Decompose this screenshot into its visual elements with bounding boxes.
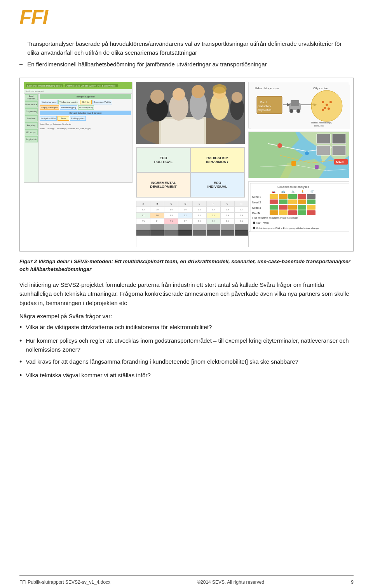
col-header-8: H [235, 201, 248, 206]
top-bullets: – Transportanalyser baserade på huvudakt… [19, 40, 354, 69]
svg-rect-3 [161, 119, 204, 144]
svg-text:Need 3: Need 3 [252, 206, 261, 209]
fb-1: High-tier transport [40, 100, 58, 104]
main-content: – Transportanalyser baserade på huvudakt… [19, 31, 354, 480]
svg-rect-80 [307, 210, 315, 215]
sevs-flow-row-3: Navigation & Env Timer Parking system [40, 116, 131, 121]
svg-point-84 [253, 227, 255, 229]
cell-4-6 [207, 224, 221, 230]
table-row-1: 1.2 0.8 1.5 0.6 1.1 0.9 1.3 0.7 [136, 207, 248, 213]
svg-text:🚗: 🚗 [272, 189, 275, 193]
svg-rect-59 [279, 194, 288, 199]
legend-1: Model [40, 127, 45, 130]
svg-rect-78 [288, 210, 297, 215]
bullet-questions-list: Vilka är de viktigaste drivkrafterna och… [19, 323, 354, 381]
svg-point-40 [305, 151, 309, 155]
scenarios-grid: ECO POLITICAL RADICALISM IN HARMONY INCR… [136, 147, 245, 198]
cell-5-7 [221, 230, 235, 236]
cell-2-6: 1.6 [207, 213, 221, 218]
scenario-incremental: INCREMENTAL DEVELOPMENT [136, 172, 190, 197]
fb-9: Timer [58, 116, 69, 121]
svg-point-24 [289, 109, 293, 113]
cell-3-4: 1.7 [178, 219, 192, 224]
footer-docname: FFI Publik-slutrapport SEVS2-sv_v1_4.doc… [19, 579, 110, 585]
header: FFI [19, 0, 354, 31]
cell-4-7 [221, 224, 235, 230]
svg-point-5 [150, 90, 164, 104]
fb-10: Parking system [70, 116, 85, 121]
map-svg: MAJI [249, 132, 349, 178]
cell-4-5 [193, 224, 207, 230]
fb-4: Economies, Viability [92, 100, 112, 104]
col-header-3: C [164, 201, 178, 206]
cell-4-3 [164, 224, 178, 230]
map-photo: MAJI [248, 132, 349, 178]
sevs-item-1: Food transport [25, 94, 38, 101]
sevs-item-7: Supply chain [25, 136, 38, 142]
sevs-body: Food transport Driver vehicle Trip plann… [24, 94, 132, 182]
cell-3-6: 1.2 [207, 219, 221, 224]
svg-text:🚌: 🚌 [281, 189, 285, 193]
sevs-items-label: Activities and vehicle system (incl. bas… [65, 84, 118, 87]
cell-5-1 [136, 230, 150, 236]
cell-2-3: 2.3 [164, 213, 178, 218]
cell-3-7: 0.6 [221, 219, 235, 224]
sevs-item-6: ITS support [25, 129, 38, 135]
svg-point-82 [253, 222, 255, 224]
svg-text:Car + Walk: Car + Walk [256, 222, 269, 224]
svg-text:🛒: 🛒 [310, 189, 314, 193]
cell-3-3: 0.9 [164, 219, 178, 224]
svg-rect-67 [298, 199, 306, 204]
svg-rect-45 [332, 134, 346, 144]
svg-rect-71 [279, 205, 288, 210]
svg-rect-73 [298, 205, 306, 210]
svg-rect-58 [270, 194, 278, 199]
cell-5-6 [207, 230, 221, 236]
svg-point-14 [232, 92, 242, 103]
sevs-left-col: Food transport Driver vehicle Trip plann… [24, 94, 39, 182]
svg-point-12 [213, 84, 227, 94]
svg-text:Public transport + Walk + E-sh: Public transport + Walk + E-shopping wit… [256, 227, 319, 229]
question-3: Vad krävs för att dagens långsamma förän… [19, 357, 354, 368]
svg-rect-68 [307, 199, 315, 204]
svg-point-33 [324, 107, 326, 109]
svg-rect-77 [279, 210, 288, 215]
food-svg: Urban fringe area City centre Food produ… [251, 85, 350, 129]
col-header-1: A [136, 201, 150, 206]
svg-text:Urban fringe area: Urban fringe area [255, 87, 279, 90]
sevs-legend: Model Strategy Knowledge, activities, in… [40, 127, 131, 130]
svg-rect-60 [288, 194, 297, 199]
cell-2-7: 1.9 [221, 213, 235, 218]
col-header-7: G [221, 201, 235, 206]
svg-rect-66 [288, 199, 297, 204]
svg-text:Food: Food [260, 101, 267, 104]
sevs-diagram: Economic system Including taxes Activiti… [24, 82, 132, 183]
bullet-text-1: Transportanalyser baserade på huvudaktör… [27, 40, 354, 57]
svg-rect-46 [332, 146, 346, 155]
svg-rect-44 [317, 134, 330, 144]
body-paragraph-1: Vid initiering av SEVS2-projektet formul… [19, 280, 354, 307]
col-header-6: F [207, 201, 221, 206]
sevs-demand-row: Demand: Individual travel & transport [40, 111, 131, 115]
figure-inner: Economic system Including taxes Activiti… [24, 82, 349, 247]
svg-text:Find attractive combinations o: Find attractive combinations of solution… [252, 217, 298, 219]
cell-4-8 [235, 224, 248, 230]
spacer [19, 480, 354, 575]
question-4: Vilka tekniska vägval kommer vi att stäl… [19, 371, 354, 381]
table-row-5 [136, 230, 248, 236]
svg-point-25 [296, 109, 300, 113]
cell-1-1: 1.2 [136, 207, 150, 212]
cell-5-2 [150, 230, 164, 236]
cell-1-2: 0.8 [150, 207, 164, 212]
logo-text: FFI [19, 7, 47, 27]
footer: FFI Publik-slutrapport SEVS2-sv_v1_4.doc… [19, 575, 354, 588]
cell-2-2: 1.8 [150, 213, 164, 218]
svg-rect-76 [270, 210, 278, 215]
cell-3-8: 1.5 [235, 219, 248, 224]
svg-text:preparation: preparation [258, 109, 272, 112]
sevs-item-3: Trip planning [25, 108, 38, 114]
cell-1-3: 1.5 [164, 207, 178, 212]
cell-2-5: 2.0 [193, 213, 207, 218]
cell-5-8 [235, 230, 248, 236]
table-row-4 [136, 224, 248, 230]
